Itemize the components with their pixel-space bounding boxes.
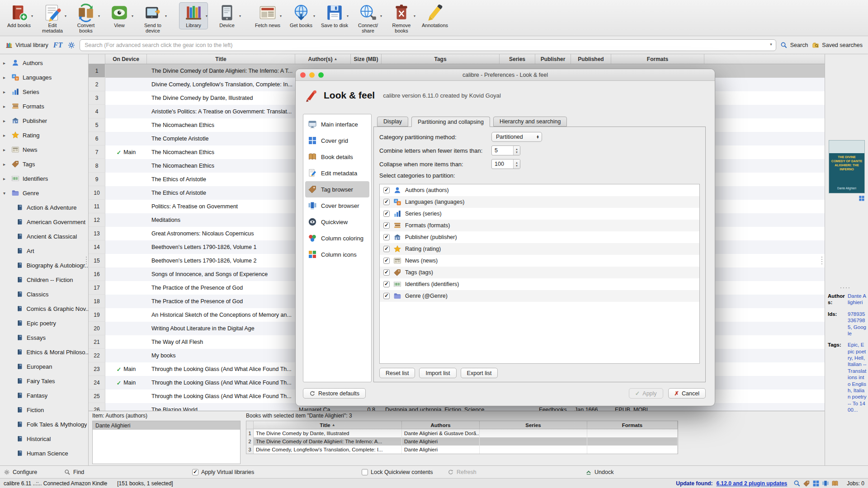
toolbar-button[interactable]: ▾ Save to disk bbox=[320, 2, 349, 29]
toolbar-button[interactable]: ▾ Annotations bbox=[420, 2, 449, 29]
quickview-book-row[interactable]: 2 The Divine Comedy of Dante Alighieri: … bbox=[246, 437, 678, 446]
genre-child-item[interactable]: Ancient & Classical bbox=[0, 229, 88, 244]
field-value[interactable]: Dante Alighieri bbox=[848, 293, 867, 306]
list-action-button[interactable]: Import list bbox=[419, 368, 456, 378]
fulltext-search-button[interactable]: FT bbox=[52, 41, 63, 49]
gear-icon[interactable] bbox=[67, 41, 75, 49]
quickview-column-header[interactable]: Title ▲ bbox=[254, 421, 402, 429]
quickview-item[interactable]: Dante Alighieri bbox=[93, 421, 240, 430]
genre-child-item[interactable]: Ethics & Moral Philoso... bbox=[0, 345, 88, 359]
toolbar-menu-arrow-icon[interactable]: ▾ bbox=[165, 14, 167, 18]
category-checkbox[interactable] bbox=[383, 222, 390, 229]
tag-browser-category[interactable]: Genre bbox=[0, 186, 88, 200]
disclosure-triangle-icon[interactable] bbox=[3, 61, 8, 66]
tag-browser-category[interactable]: Publisher bbox=[0, 113, 88, 128]
toolbar-button[interactable]: ▾ View bbox=[105, 2, 134, 29]
cover-browser-toggle-icon[interactable] bbox=[822, 480, 829, 487]
preferences-section[interactable]: Book details bbox=[305, 149, 369, 165]
apply-button[interactable]: ✓ Apply bbox=[629, 388, 663, 399]
tag-browser-category[interactable]: Aa Languages bbox=[0, 70, 88, 84]
preferences-section[interactable]: Tag browser bbox=[305, 181, 369, 197]
toolbar-button[interactable]: ▾ Add books bbox=[5, 2, 33, 29]
saved-searches-button[interactable]: Saved searches bbox=[812, 42, 863, 49]
category-checkbox[interactable] bbox=[383, 293, 390, 299]
category-row[interactable]: Formats (formats) bbox=[380, 220, 699, 231]
minimize-window-button[interactable] bbox=[309, 72, 315, 78]
tag-browser-toggle-icon[interactable] bbox=[803, 480, 810, 487]
genre-child-item[interactable]: Fiction bbox=[0, 403, 88, 417]
column-header[interactable]: Series ▲ bbox=[500, 54, 535, 64]
toolbar-button[interactable]: ▾ Remove books bbox=[387, 2, 416, 35]
preferences-section[interactable]: Quickview bbox=[305, 214, 369, 230]
genre-child-item[interactable]: Classics bbox=[0, 287, 88, 301]
category-row[interactable]: Genre (@Genre) bbox=[380, 290, 699, 302]
category-checkbox[interactable] bbox=[383, 269, 390, 276]
tag-browser-category[interactable]: Identifiers bbox=[0, 171, 88, 186]
search-input[interactable] bbox=[80, 39, 776, 51]
column-header[interactable]: Size (MB) ▲ bbox=[351, 54, 382, 64]
genre-child-item[interactable]: Historical bbox=[0, 432, 88, 446]
book-details-toggle-icon[interactable] bbox=[831, 480, 839, 487]
toolbar-button[interactable]: ▾ Get books bbox=[287, 2, 316, 29]
checkbox-unchecked-icon[interactable] bbox=[362, 469, 368, 475]
toolbar-button[interactable]: ▾ Convert books bbox=[71, 2, 100, 35]
category-checkbox[interactable] bbox=[383, 234, 390, 240]
cover-grid-toggle-icon[interactable] bbox=[812, 480, 820, 487]
category-row[interactable]: Publisher (publisher) bbox=[380, 231, 699, 243]
dialog-tab[interactable]: Display bbox=[377, 117, 408, 127]
disclosure-triangle-icon[interactable] bbox=[3, 89, 8, 94]
preferences-section[interactable]: Cover browser bbox=[305, 197, 369, 214]
genre-child-item[interactable]: Action & Adventure bbox=[0, 200, 88, 215]
disclosure-triangle-icon[interactable] bbox=[3, 147, 8, 152]
spinner-arrows-icon[interactable]: ▲▼ bbox=[513, 146, 520, 155]
cancel-button[interactable]: ✗ Cancel bbox=[668, 388, 706, 399]
search-toggle-icon[interactable] bbox=[793, 480, 801, 487]
column-header[interactable]: Published ▲ bbox=[571, 54, 611, 64]
preferences-section[interactable]: Column icons bbox=[305, 246, 369, 263]
disclosure-triangle-icon[interactable] bbox=[3, 75, 8, 80]
quickview-book-row[interactable]: 1 The Divine Comedy by Dante, Illustrate… bbox=[246, 429, 678, 437]
preferences-section[interactable]: Column coloring bbox=[305, 230, 369, 246]
genre-child-item[interactable]: Children -- Fiction bbox=[0, 272, 88, 287]
category-row[interactable]: Identifiers (identifiers) bbox=[380, 278, 699, 290]
toolbar-menu-arrow-icon[interactable]: ▾ bbox=[414, 14, 415, 18]
toolbar-button[interactable]: ▾ Edit metadata bbox=[38, 2, 67, 35]
dialog-tab[interactable]: Partitioning and collapsing bbox=[411, 117, 490, 127]
genre-child-item[interactable]: Folk Tales & Mythology bbox=[0, 417, 88, 432]
disclosure-triangle-icon[interactable] bbox=[3, 133, 8, 138]
details-panel-splitter-handle[interactable] bbox=[821, 257, 822, 258]
restore-defaults-button[interactable]: Restore defaults bbox=[303, 388, 366, 399]
category-checkbox[interactable] bbox=[383, 281, 390, 287]
toolbar-button[interactable]: ▾ Device bbox=[212, 2, 241, 29]
genre-child-item[interactable]: Human Science bbox=[0, 446, 88, 460]
column-header[interactable]: Tags ▲ bbox=[382, 54, 500, 64]
tag-browser-category[interactable]: Formats bbox=[0, 99, 88, 113]
close-window-button[interactable] bbox=[300, 72, 306, 78]
update-link[interactable]: 6.12.0 and 2 plugin updates bbox=[717, 480, 788, 487]
preferences-section[interactable]: Main interface bbox=[305, 116, 369, 132]
quickview-column-header[interactable]: Series ▲ bbox=[480, 421, 587, 429]
category-row[interactable]: News (news) bbox=[380, 255, 699, 267]
category-row[interactable]: Authors (authors) bbox=[380, 184, 699, 196]
tag-browser-category[interactable]: News bbox=[0, 142, 88, 157]
category-checkbox[interactable] bbox=[383, 246, 390, 252]
virtual-library-button[interactable]: Virtual library bbox=[5, 42, 48, 49]
toolbar-button[interactable]: ▾ Connect/ share bbox=[354, 2, 382, 35]
field-value[interactable]: Epic, Epic poetry, Hell, Italian -- Tran… bbox=[848, 342, 867, 413]
list-action-button[interactable]: Export list bbox=[461, 368, 498, 378]
toolbar-menu-arrow-icon[interactable]: ▾ bbox=[31, 14, 33, 18]
column-header[interactable]: Title ▲ bbox=[147, 54, 295, 64]
tag-browser-category[interactable]: Tags bbox=[0, 157, 88, 171]
disclosure-triangle-icon[interactable] bbox=[3, 176, 8, 181]
category-row[interactable]: Series (series) bbox=[380, 208, 699, 220]
field-value[interactable]: 9789353367985, Google bbox=[848, 311, 867, 337]
category-checkbox[interactable] bbox=[383, 199, 390, 205]
refresh-button[interactable]: Refresh bbox=[448, 466, 476, 479]
zoom-window-button[interactable] bbox=[318, 72, 324, 78]
genre-child-item[interactable]: Epic poetry bbox=[0, 316, 88, 330]
toolbar-button[interactable]: ▾ Send to device bbox=[138, 2, 167, 35]
category-checkbox[interactable] bbox=[383, 258, 390, 264]
genre-child-item[interactable]: European bbox=[0, 359, 88, 374]
dialog-titlebar[interactable]: calibre - Preferences - Look & feel bbox=[296, 69, 715, 81]
column-header[interactable]: Formats ▲ bbox=[611, 54, 704, 64]
